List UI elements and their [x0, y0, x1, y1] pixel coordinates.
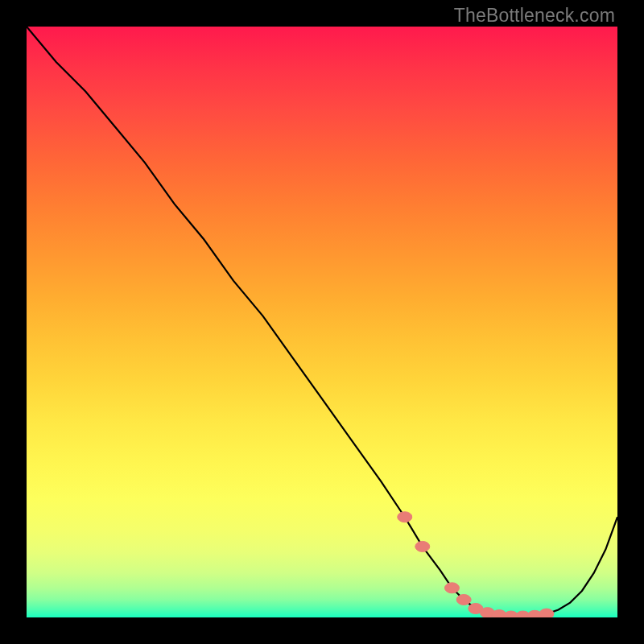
marker-dot: [504, 611, 518, 617]
chart-svg: [27, 27, 617, 617]
marker-dot: [492, 610, 506, 617]
marker-dot: [527, 610, 542, 617]
marker-dot: [469, 603, 483, 613]
watermark-text: TheBottleneck.com: [454, 5, 615, 27]
marker-dot: [516, 611, 530, 617]
plot-area: [27, 27, 617, 617]
marker-dot: [444, 583, 459, 593]
bottleneck-curve: [27, 27, 617, 617]
marker-dot: [539, 609, 554, 617]
marker-dot: [415, 541, 430, 551]
marker-dot: [456, 594, 471, 605]
markers-group: [398, 512, 554, 617]
marker-dot: [398, 512, 412, 522]
marker-dot: [481, 608, 495, 617]
chart-container: TheBottleneck.com: [0, 0, 644, 644]
